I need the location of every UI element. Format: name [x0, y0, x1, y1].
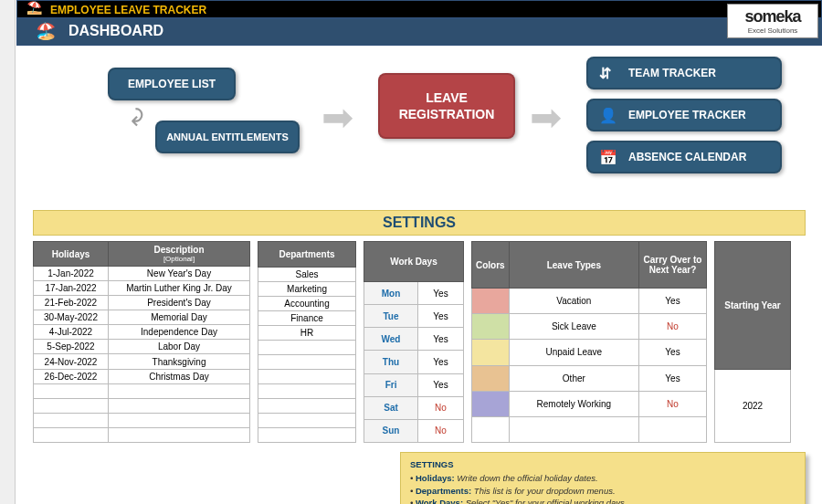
table-row[interactable]	[34, 413, 250, 427]
brand-name: someka	[728, 7, 817, 26]
table-row[interactable]: FriYes	[364, 373, 464, 396]
table-row[interactable]	[34, 427, 250, 442]
table-row[interactable]: 30-May-2022Memorial Day	[34, 310, 250, 325]
table-row[interactable]: MonYes	[364, 282, 464, 305]
table-row[interactable]	[34, 398, 250, 413]
table-row[interactable]: HR	[258, 326, 356, 341]
table-row[interactable]	[258, 399, 356, 414]
table-row[interactable]: SatNo	[364, 396, 464, 419]
table-row[interactable]: 1-Jan-2022New Year's Day	[34, 267, 250, 281]
leave-registration-button[interactable]: LEAVE REGISTRATION	[378, 73, 515, 139]
table-row[interactable]	[258, 384, 356, 399]
annual-entitlements-button[interactable]: ANNUAL ENTITLEMENTS	[155, 121, 300, 153]
page-title: DASHBOARD	[68, 23, 163, 38]
app-title-bar: ⛱️ EMPLOYEE LEAVE TRACKER	[16, 0, 822, 18]
table-row[interactable]: 21-Feb-2022President's Day	[34, 296, 250, 310]
table-row[interactable]: TueYes	[364, 305, 464, 328]
dashboard-nav: EMPLOYEE LIST ↷ ANNUAL ENTITLEMENTS ➡ LE…	[16, 46, 822, 210]
arrow-right-icon: ➡	[321, 95, 353, 140]
table-row[interactable]: OtherYes	[472, 365, 707, 391]
table-row[interactable]: Unpaid LeaveYes	[472, 340, 707, 365]
calendar-icon: 📅	[599, 149, 617, 166]
table-row[interactable]: Sales	[258, 268, 356, 282]
nav-label: LEAVE REGISTRATION	[380, 89, 513, 122]
arrow-right-icon: ➡	[530, 95, 562, 140]
person-add-icon: 👤	[599, 107, 617, 124]
table-row[interactable]	[34, 383, 250, 398]
col-holidays: Holidays	[34, 242, 109, 267]
col-workdays: Work Days	[364, 242, 464, 282]
nav-label: EMPLOYEE TRACKER	[628, 109, 746, 121]
settings-help-box: SETTINGS • Holidays: Write down the offi…	[400, 452, 806, 504]
table-row[interactable]: 17-Jan-2022Martin Luther King Jr. Day	[34, 281, 250, 296]
workdays-table[interactable]: Work Days MonYesTueYesWedYesThuYesFriYes…	[364, 241, 464, 443]
col-colors: Colors	[472, 242, 510, 289]
col-carry-over: Carry Over to Next Year?	[639, 242, 707, 289]
employee-tracker-button[interactable]: 👤 EMPLOYEE TRACKER	[586, 99, 782, 131]
starting-year-table[interactable]: Starting Year 2022	[714, 241, 791, 443]
beach-chair-icon: 🏖️	[36, 21, 56, 41]
table-row[interactable]: Sick LeaveNo	[472, 314, 707, 340]
table-row[interactable]: Marketing	[258, 282, 356, 297]
umbrella-icon: ⛱️	[26, 0, 42, 15]
col-departments: Departments	[258, 242, 356, 268]
table-row[interactable]: 5-Sep-2022Labor Day	[34, 340, 250, 354]
app-title: EMPLOYEE LEAVE TRACKER	[50, 4, 206, 16]
table-row[interactable]: SunNo	[364, 419, 464, 442]
departments-table[interactable]: Departments SalesMarketingAccountingFina…	[258, 241, 356, 443]
table-row[interactable]: Finance	[258, 311, 356, 326]
leave-types-table[interactable]: Colors Leave Types Carry Over to Next Ye…	[471, 241, 707, 443]
nav-label: ANNUAL ENTITLEMENTS	[166, 131, 289, 142]
nav-label: TEAM TRACKER	[628, 67, 716, 79]
table-row[interactable]: 4-Jul-2022Independence Day	[34, 325, 250, 340]
table-row[interactable]	[258, 355, 356, 370]
table-row[interactable]	[258, 414, 356, 428]
table-row[interactable]: Accounting	[258, 297, 356, 311]
nav-label: EMPLOYEE LIST	[128, 78, 216, 90]
team-tracker-button[interactable]: ⇵ TEAM TRACKER	[586, 57, 782, 89]
table-row[interactable]: 24-Nov-2022Thanksgiving	[34, 354, 250, 369]
table-row[interactable]: Remotely WorkingNo	[472, 391, 707, 416]
page-title-bar: 🏖️ DASHBOARD	[16, 18, 822, 46]
table-row[interactable]: ThuYes	[364, 351, 464, 373]
employee-list-button[interactable]: EMPLOYEE LIST	[108, 68, 236, 100]
col-leave-types: Leave Types	[509, 242, 638, 289]
table-row[interactable]: VacationYes	[472, 289, 707, 314]
table-row[interactable]	[258, 428, 356, 443]
col-description: Description[Optional]	[109, 242, 250, 267]
brand-tagline: Excel Solutions	[728, 26, 817, 35]
table-row[interactable]: 26-Dec-2022Christmas Day	[34, 369, 250, 383]
settings-heading: SETTINGS	[33, 210, 806, 236]
help-title: SETTINGS	[410, 458, 796, 470]
table-row[interactable]	[258, 341, 356, 355]
brand-logo[interactable]: someka Excel Solutions	[727, 4, 818, 38]
table-row[interactable]	[258, 370, 356, 384]
absence-calendar-button[interactable]: 📅 ABSENCE CALENDAR	[586, 141, 782, 173]
curve-arrow-icon: ↷	[121, 107, 149, 127]
team-icon: ⇵	[599, 65, 611, 82]
col-starting-year: Starting Year	[715, 242, 791, 370]
table-row[interactable]: WedYes	[364, 328, 464, 351]
row-gutter	[0, 0, 16, 504]
table-row[interactable]	[472, 416, 707, 442]
nav-label: ABSENCE CALENDAR	[628, 151, 746, 163]
holidays-table[interactable]: Holidays Description[Optional] 1-Jan-202…	[33, 241, 250, 443]
starting-year-cell[interactable]: 2022	[715, 370, 791, 443]
